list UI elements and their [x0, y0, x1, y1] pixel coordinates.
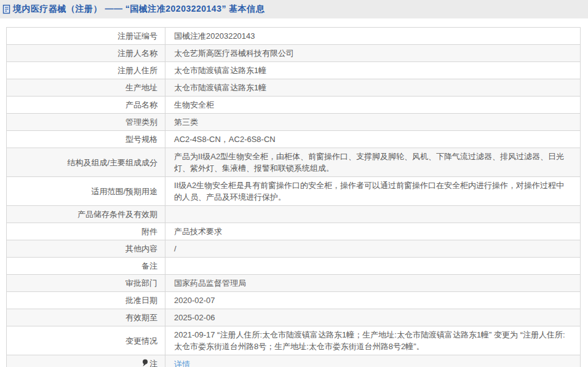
row-label-cell: 注	[7, 355, 165, 367]
table-row: 注 详情	[7, 355, 581, 367]
row-value: /	[174, 244, 177, 253]
row-label-cell: 产品名称	[7, 97, 165, 114]
row-value-cell: AC2-4S8-CN，AC2-6S8-CN	[165, 131, 581, 148]
row-value: 国械注准20203220143	[174, 31, 255, 41]
row-label-cell: 注册人名称	[7, 45, 165, 62]
table-wrap: 注册证编号 国械注准20203220143 注册人名称 太仓艺斯高医疗器械科技有…	[0, 18, 588, 367]
row-label: 结构及组成/主要组成成分	[67, 158, 157, 167]
row-label-cell: 审批部门	[7, 275, 165, 292]
row-label-cell: 适用范围/预期用途	[7, 177, 165, 206]
row-label: 批准日期	[125, 296, 157, 305]
row-value: II级A2生物安全柜是具有前窗操作口的安全柜，操作者可以通过前窗操作口在安全柜内…	[174, 181, 564, 202]
row-label: 生产地址	[125, 83, 157, 92]
row-label: 产品名称	[125, 100, 157, 109]
page-title: 境内医疗器械（注册） —— “国械注准20203220143” 基本信息	[13, 4, 264, 15]
table-row: 其他内容 /	[7, 240, 581, 258]
table-row: 注册证编号 国械注准20203220143	[7, 28, 581, 45]
row-value-cell: 太仓艺斯高医疗器械科技有限公司	[165, 45, 581, 62]
row-value-cell: 国械注准20203220143	[165, 28, 581, 45]
table-row: 生产地址 太仓市陆渡镇富达路东1幢	[7, 79, 581, 97]
row-value-cell: 太仓市陆渡镇富达路东1幢	[165, 62, 581, 79]
detail-link[interactable]: 详情	[174, 360, 190, 367]
table-row: 批准日期 2020-02-07	[7, 292, 581, 309]
table-row: 型号规格 AC2-4S8-CN，AC2-6S8-CN	[7, 131, 581, 148]
row-label-cell: 型号规格	[7, 131, 165, 148]
row-label: 产品储存条件及有效期	[77, 210, 157, 219]
row-label: 附件	[141, 227, 157, 236]
row-value-cell: 2021-09-17 “注册人住所:太仓市陆渡镇富达路东1幢；生产地址:太仓市陆…	[165, 326, 581, 355]
row-label: 审批部门	[125, 278, 157, 288]
row-label-cell: 生产地址	[7, 79, 165, 97]
row-label-cell: 变更情况	[7, 326, 165, 355]
table-row: 注册人名称 太仓艺斯高医疗器械科技有限公司	[7, 45, 581, 62]
row-label: 型号规格	[125, 135, 157, 144]
row-value-cell: /	[165, 240, 581, 258]
table-row: 变更情况 2021-09-17 “注册人住所:太仓市陆渡镇富达路东1幢；生产地址…	[7, 326, 581, 355]
row-value-cell: II级A2生物安全柜是具有前窗操作口的安全柜，操作者可以通过前窗操作口在安全柜内…	[165, 177, 581, 206]
pin-icon	[142, 358, 148, 367]
row-value: 2020-02-07	[174, 296, 215, 305]
document-icon	[2, 4, 11, 14]
table-row: 审批部门 国家药品监督管理局	[7, 275, 581, 292]
table-row: 适用范围/预期用途 II级A2生物安全柜是具有前窗操作口的安全柜，操作者可以通过…	[7, 177, 581, 206]
row-label: 注	[149, 359, 157, 367]
row-value: 生物安全柜	[174, 100, 214, 109]
row-value: AC2-4S8-CN，AC2-6S8-CN	[174, 135, 276, 144]
row-value-cell: 详情	[165, 355, 581, 367]
registration-table-body: 注册证编号 国械注准20203220143 注册人名称 太仓艺斯高医疗器械科技有…	[7, 28, 581, 367]
row-label: 适用范围/预期用途	[91, 187, 157, 196]
row-label-cell: 备注	[7, 258, 165, 275]
row-value-cell	[165, 206, 581, 223]
row-value: 2021-09-17 “注册人住所:太仓市陆渡镇富达路东1幢；生产地址:太仓市陆…	[174, 330, 565, 351]
row-value: 2025-02-06	[174, 313, 215, 322]
row-value: 太仓市陆渡镇富达路东1幢	[174, 66, 266, 75]
row-value-cell: 生物安全柜	[165, 97, 581, 114]
row-value: 第三类	[174, 117, 198, 127]
table-row: 产品储存条件及有效期	[7, 206, 581, 223]
row-value-cell	[165, 258, 581, 275]
row-value-cell: 2020-02-07	[165, 292, 581, 309]
row-label-cell: 产品储存条件及有效期	[7, 206, 165, 223]
table-row: 管理类别 第三类	[7, 114, 581, 131]
row-value-cell: 第三类	[165, 114, 581, 131]
row-label-cell: 注册证编号	[7, 28, 165, 45]
table-row: 注册人住所 太仓市陆渡镇富达路东1幢	[7, 62, 581, 79]
page-header: 境内医疗器械（注册） —— “国械注准20203220143” 基本信息	[0, 0, 588, 18]
row-label-cell: 结构及组成/主要组成成分	[7, 148, 165, 177]
row-label-cell: 有效期至	[7, 309, 165, 326]
table-row: 结构及组成/主要组成成分 产品为II级A2型生物安全柜，由柜体、前窗操作口、支撑…	[7, 148, 581, 177]
row-value-cell: 2025-02-06	[165, 309, 581, 326]
row-label-cell: 注册人住所	[7, 62, 165, 79]
row-label: 其他内容	[125, 244, 157, 253]
row-value: 产品为II级A2型生物安全柜，由柜体、前窗操作口、支撑脚及脚轮、风机、下降气流过…	[174, 152, 564, 173]
row-value-cell: 产品为II级A2型生物安全柜，由柜体、前窗操作口、支撑脚及脚轮、风机、下降气流过…	[165, 148, 581, 177]
row-value-cell: 产品技术要求	[165, 223, 581, 240]
row-label-cell: 批准日期	[7, 292, 165, 309]
registration-info-table: 注册证编号 国械注准20203220143 注册人名称 太仓艺斯高医疗器械科技有…	[6, 27, 581, 367]
row-label-cell: 管理类别	[7, 114, 165, 131]
row-label: 注册人名称	[117, 49, 157, 58]
row-label-cell: 其他内容	[7, 240, 165, 258]
table-row: 备注	[7, 258, 581, 275]
row-label: 注册人住所	[117, 66, 157, 75]
row-value: 太仓市陆渡镇富达路东1幢	[174, 83, 266, 92]
table-row: 产品名称 生物安全柜	[7, 97, 581, 114]
row-value-cell: 太仓市陆渡镇富达路东1幢	[165, 79, 581, 97]
row-value: 太仓艺斯高医疗器械科技有限公司	[174, 49, 294, 58]
row-value: 国家药品监督管理局	[174, 278, 246, 288]
row-label: 有效期至	[125, 313, 157, 322]
row-label: 变更情况	[125, 336, 157, 345]
row-value-cell: 国家药品监督管理局	[165, 275, 581, 292]
table-row: 有效期至 2025-02-06	[7, 309, 581, 326]
row-label: 备注	[141, 261, 157, 270]
table-row: 附件 产品技术要求	[7, 223, 581, 240]
row-label-cell: 附件	[7, 223, 165, 240]
row-label: 注册证编号	[117, 31, 157, 41]
row-value: 产品技术要求	[174, 227, 222, 236]
row-label: 管理类别	[125, 117, 157, 127]
